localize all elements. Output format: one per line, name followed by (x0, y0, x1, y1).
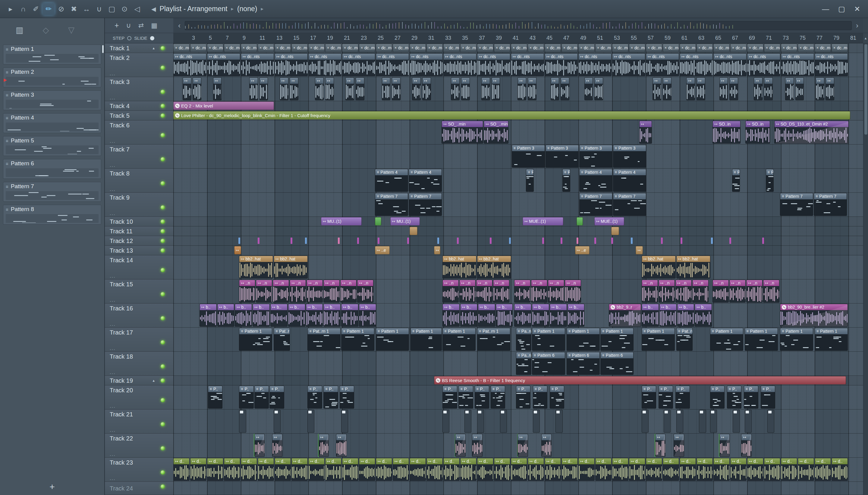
clip-strip[interactable] (611, 227, 619, 235)
audio-clip[interactable]: ↦d.. (714, 458, 730, 481)
audio-clip[interactable]: ↦d.. (258, 458, 274, 481)
audio-clip[interactable]: ↦ (318, 434, 329, 457)
audio-clip[interactable]: ↦d.. (730, 458, 747, 481)
audio-clip[interactable]: ↦ (551, 78, 559, 100)
picker-grid-icon[interactable]: ▥ (16, 25, 23, 35)
audio-clip[interactable]: ↦ (472, 434, 482, 457)
track-led[interactable] (161, 484, 165, 489)
audio-clip[interactable]: ↦ (412, 78, 421, 100)
tick-clip[interactable] (730, 238, 731, 244)
track-header[interactable]: Track 24 (105, 482, 173, 495)
tick-clip[interactable] (631, 238, 633, 244)
mini-clip[interactable] (642, 410, 649, 433)
headphones-icon[interactable]: ∩ (17, 3, 29, 15)
audio-clip[interactable]: ↦SO_..min (442, 121, 483, 143)
mini-clip[interactable] (699, 410, 706, 433)
slide-icon[interactable]: ⇄ (138, 22, 144, 30)
audio-clip[interactable]: ↦d.. (561, 458, 578, 481)
track-led[interactable] (161, 249, 165, 253)
pattern-clip[interactable]: ≡Pattern 7 (780, 193, 813, 216)
mini-clip[interactable] (733, 410, 740, 433)
audio-clip[interactable]: ↦d.. (241, 458, 257, 481)
step-toggle[interactable] (127, 36, 131, 40)
automation-clip[interactable]: ∿EQ 2 - Mix level (173, 101, 274, 110)
pattern-clip[interactable]: ≡P.. (562, 169, 570, 192)
audio-clip[interactable]: ↦..n (442, 280, 459, 303)
audio-clip[interactable]: ↦dc..nts (815, 53, 848, 76)
mini-clip[interactable] (710, 410, 717, 433)
audio-clip[interactable]: ↦SO_DS_110..et_Dmin #2 (774, 121, 849, 143)
clip-strip[interactable]: ×dc..min (561, 44, 578, 52)
audio-clip[interactable]: ↦b.. (532, 304, 549, 327)
audio-clip[interactable]: ↦dc..nts (308, 53, 342, 76)
audio-clip[interactable]: ↦..n (642, 280, 658, 303)
clip-strip[interactable]: ↦ (636, 246, 642, 254)
slide-toggle[interactable] (150, 36, 154, 40)
clip-strip[interactable]: ×dc..min (730, 44, 747, 52)
pattern-item[interactable]: ≡Pattern 2▶ (3, 67, 101, 87)
audio-clip[interactable]: ↦ (492, 78, 500, 100)
mini-clip[interactable] (307, 410, 314, 433)
track-led[interactable] (161, 66, 165, 70)
playlist-grid[interactable]: ×dc..min×dc..min×dc..min×dc..min×dc..min… (173, 44, 863, 495)
mini-clip[interactable] (239, 410, 246, 433)
pattern-clip[interactable]: ≡Pattern 1 (239, 328, 272, 351)
audio-clip[interactable]: ↦ (255, 434, 265, 457)
audio-clip[interactable]: ↦dc..nts (646, 53, 679, 76)
audio-clip[interactable]: ↦d.. (207, 458, 223, 481)
pattern-clip[interactable]: ≡P.. (340, 386, 354, 409)
pattern-clip[interactable]: ≡P.. (766, 169, 774, 192)
audio-clip[interactable]: ↦..n (692, 280, 708, 303)
track-header[interactable]: Track 1▴ (105, 44, 173, 53)
audio-clip[interactable]: ↦d.. (376, 458, 392, 481)
audio-clip[interactable]: ↦..n (658, 280, 675, 303)
audio-clip[interactable]: ↦ (455, 434, 465, 457)
pattern-item[interactable]: ≡Pattern 6 (3, 159, 101, 179)
clip-strip[interactable]: ×dc..min (578, 44, 595, 52)
audio-clip[interactable]: ↦d.. (410, 458, 426, 481)
track-header[interactable]: Track 6... (105, 120, 173, 144)
clip-strip[interactable]: ×dc..min (494, 44, 510, 52)
audio-clip[interactable]: ↦b.. (341, 304, 358, 327)
clip-strip[interactable]: ×dc..min (629, 44, 645, 52)
pattern-clip[interactable]: ≡P.. (475, 386, 489, 409)
pattern-clip[interactable]: ≡P.. (208, 386, 223, 409)
clip-strip[interactable]: ×dc..min (275, 44, 291, 52)
audio-clip[interactable]: ↦ (336, 434, 346, 457)
pattern-clip[interactable]: ≡Pattern 7 (579, 193, 612, 216)
audio-clip[interactable]: ↦d.. (764, 458, 780, 481)
track-header[interactable]: Track 23... (105, 458, 173, 482)
clip-strip[interactable]: ↦MU..(1) (390, 217, 420, 225)
chevron-icon[interactable]: ▸ (261, 6, 263, 12)
pattern-clip[interactable]: ≡Pattern 4 (579, 169, 612, 192)
audio-clip[interactable]: ↦ (663, 78, 671, 100)
audio-clip[interactable]: ↦ (764, 78, 773, 100)
audio-clip[interactable]: ↦b.. (695, 304, 712, 327)
audio-clip[interactable]: ↦d.. (190, 458, 207, 481)
pattern-clip[interactable]: ≡P.. (442, 386, 457, 409)
track-header[interactable]: Track 2... (105, 53, 173, 77)
pattern-clip[interactable]: ≡Pattern 1 (745, 328, 778, 351)
audio-clip[interactable]: ↦ (422, 78, 431, 100)
mini-clip[interactable] (555, 410, 562, 433)
add-pattern-button[interactable]: + (0, 479, 104, 495)
track-led[interactable] (161, 446, 165, 450)
audio-clip[interactable]: ↦d.. (173, 458, 190, 481)
clip-strip[interactable]: ×dc..min (815, 44, 831, 52)
scroll-up-icon[interactable]: ▴ (863, 33, 868, 44)
automation-clip[interactable]: ∿BS Reese Smooth - B - Filter 1 frequenc… (434, 376, 846, 385)
clip-strip[interactable]: ×dc..min (258, 44, 274, 52)
audio-clip[interactable]: ↦b.. (199, 304, 217, 327)
clip-strip[interactable]: ×dc..min (545, 44, 561, 52)
track-header[interactable]: Track 8... (105, 169, 173, 193)
audio-clip[interactable]: ↦dc..nts (410, 53, 443, 76)
audio-clip[interactable]: ↦..n (256, 280, 272, 303)
magnet-icon[interactable]: ∪ (126, 22, 131, 30)
pattern-item[interactable]: ≡Pattern 1 (3, 45, 101, 65)
audio-clip[interactable]: ↦ (719, 78, 728, 100)
audio-clip[interactable]: ↦ (280, 78, 289, 100)
track-led[interactable] (161, 157, 165, 161)
audio-clip[interactable]: ↦ (730, 78, 738, 100)
pattern-clip[interactable]: ≡P.. (323, 386, 338, 409)
audio-clip[interactable]: ↦bb2..hat (274, 256, 308, 278)
